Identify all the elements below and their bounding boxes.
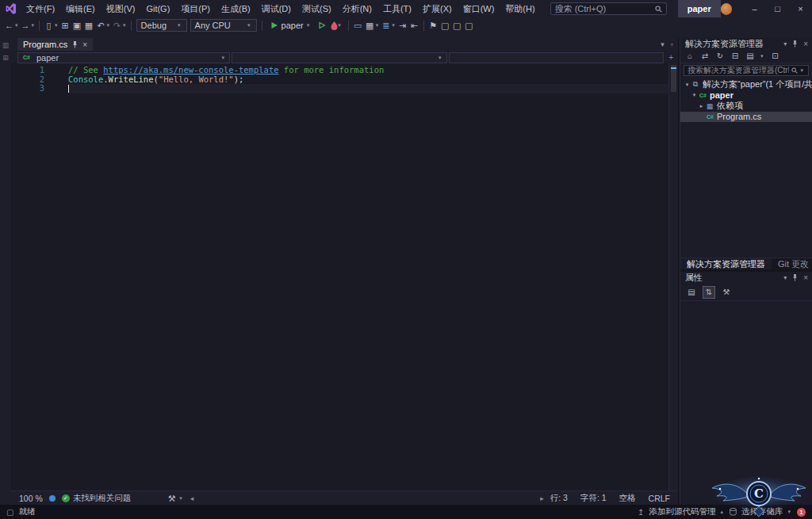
menu-item[interactable]: 视图(V) (101, 1, 141, 17)
indent-icon[interactable]: ⇥ (396, 18, 408, 32)
menu-item[interactable]: 生成(B) (216, 1, 256, 17)
menu-item[interactable]: 窗口(W) (458, 1, 500, 17)
vertical-scrollbar[interactable] (668, 63, 678, 490)
tree-item[interactable]: ▾⧉解决方案“paper”(1 个项目/共 1 个) (680, 79, 812, 90)
code-line[interactable] (68, 84, 668, 93)
sort-lines-icon[interactable]: ≣ (380, 18, 392, 32)
tree-chevron-icon[interactable]: ▾ (691, 92, 698, 98)
chevron-down-icon[interactable]: ▾ (800, 67, 803, 74)
pin-icon[interactable] (791, 274, 799, 281)
eol-indicator[interactable]: CRLF (649, 494, 670, 503)
start-without-debugging-button[interactable] (316, 21, 328, 29)
document-list-chevron-icon[interactable]: ▾ (661, 40, 665, 48)
solution-search-box[interactable]: 搜索解决方案资源管理器(Ctrl+;) ▾ (684, 65, 809, 76)
refresh-icon[interactable]: ↻ (715, 49, 725, 63)
target-device-icon[interactable]: ▭ (352, 18, 364, 32)
code-line[interactable]: Console.WriteLine("Hello, World!"); (68, 75, 668, 85)
split-editor-icon[interactable]: + (665, 53, 676, 62)
categorized-icon[interactable]: ▤ (685, 286, 698, 299)
nav-back-icon[interactable]: ← (3, 18, 15, 32)
chevron-down-icon[interactable]: ▾ (783, 40, 787, 48)
outdent-icon[interactable]: ⇤ (408, 18, 420, 32)
zoom-level[interactable]: 100 % (19, 494, 43, 503)
collapse-all-icon[interactable]: ⊟ (730, 49, 740, 63)
alphabetical-icon[interactable]: ⇅ (703, 286, 715, 299)
chevron-up-icon[interactable]: ▴ (720, 509, 723, 515)
menu-item[interactable]: 分析(N) (337, 1, 377, 17)
close-tab-icon[interactable]: × (82, 40, 87, 49)
hot-reload-button[interactable]: ▾ (328, 21, 345, 30)
chevron-down-icon[interactable]: ▾ (760, 53, 764, 59)
chevron-down-icon[interactable]: ▾ (783, 274, 787, 281)
tree-item[interactable]: C#Program.cs (680, 112, 812, 123)
chevron-down-icon[interactable]: ▾ (376, 22, 379, 29)
tree-item[interactable]: ▾C#paper (680, 90, 812, 101)
select-repository-button[interactable]: 选择存储库 (741, 506, 783, 517)
property-pages-icon[interactable]: ⚒ (720, 286, 733, 299)
save-all-icon[interactable]: ▦ (83, 18, 95, 32)
spaces-indicator[interactable]: 空格 (619, 493, 636, 504)
member-dropdown[interactable] (449, 52, 665, 63)
minimize-button[interactable]: – (743, 0, 766, 17)
close-icon[interactable]: × (803, 40, 808, 48)
scroll-left-icon[interactable]: ◂ (190, 494, 194, 502)
float-window-icon[interactable]: ▫ (671, 40, 673, 48)
start-debugging-button[interactable]: paper ▾ (266, 21, 316, 30)
bookmark-frame-icon[interactable]: ▢ (439, 18, 451, 32)
menu-item[interactable]: Git(G) (140, 2, 175, 16)
chevron-down-icon[interactable]: ▾ (55, 22, 58, 29)
save-icon[interactable]: ▣ (71, 18, 83, 32)
code-editor[interactable]: 123 // See https://aka.ms/new-console-te… (11, 63, 678, 490)
chevron-down-icon[interactable]: ▾ (15, 22, 18, 29)
chevron-down-icon[interactable]: ▾ (123, 22, 126, 29)
pin-icon[interactable] (71, 41, 79, 48)
scrollbar-thumb[interactable] (671, 65, 676, 92)
pin-icon[interactable] (791, 40, 799, 48)
toolbox-tab-icon[interactable]: ⊞ (2, 54, 9, 62)
new-file-icon[interactable]: ▯ (43, 18, 55, 32)
menu-item[interactable]: 工具(T) (377, 1, 417, 17)
maximize-button[interactable]: □ (766, 0, 789, 17)
panel-tab[interactable]: 解决方案资源管理器 (680, 258, 772, 269)
tree-chevron-icon[interactable]: ▾ (684, 82, 691, 88)
menu-item[interactable]: 扩展(X) (417, 1, 458, 17)
menu-item[interactable]: 帮助(H) (500, 1, 540, 17)
bookmark-icon[interactable]: ⚑ (427, 18, 439, 32)
panel-tab[interactable]: Git 更改 (772, 258, 812, 269)
editor-health-icon[interactable] (49, 495, 56, 502)
undo-icon[interactable]: ↶ (95, 18, 107, 32)
chevron-down-icon[interactable]: ▾ (392, 22, 395, 29)
analysis-status[interactable]: 未找到相关问题 (73, 493, 132, 504)
tab-program-cs[interactable]: Program.cs × (17, 38, 93, 51)
code-text[interactable]: // See https://aka.ms/new-console-templa… (57, 63, 668, 490)
scroll-right-icon[interactable]: ▸ (540, 494, 544, 502)
quick-search-box[interactable]: 搜索 (Ctrl+Q) (550, 2, 667, 15)
type-dropdown[interactable]: ▾ (232, 52, 447, 63)
solution-platform-dropdown[interactable]: Any CPU▾ (190, 19, 257, 32)
solution-configuration-dropdown[interactable]: Debug▾ (136, 19, 187, 32)
tree-item[interactable]: ▸▦依赖项 (680, 101, 812, 112)
project-dropdown[interactable]: C# paper ▾ (17, 52, 230, 63)
chevron-down-icon[interactable]: ▾ (787, 509, 791, 515)
grid-options-icon[interactable]: ▦ (364, 18, 376, 32)
menu-item[interactable]: 调试(D) (256, 1, 297, 17)
clear-bookmark-icon[interactable]: ▢ (463, 18, 475, 32)
tree-chevron-icon[interactable]: ▸ (698, 103, 705, 109)
home-icon[interactable]: ⌂ (685, 49, 695, 63)
save-bookmark-icon[interactable]: ▢ (451, 18, 463, 32)
add-to-source-control-button[interactable]: 添加到源代码管理 (649, 506, 715, 517)
open-file-icon[interactable]: ⊞ (59, 18, 71, 32)
notification-badge[interactable]: 1 (797, 508, 806, 517)
account-avatar[interactable] (721, 3, 732, 15)
close-button[interactable]: × (789, 0, 812, 17)
menu-item[interactable]: 文件(F) (21, 1, 60, 17)
nav-forward-icon[interactable]: → (20, 18, 32, 32)
server-explorer-tab-icon[interactable]: ▥ (2, 41, 10, 49)
filter-icon[interactable]: ▤ (745, 49, 755, 63)
sync-with-active-document-icon[interactable]: ⇄ (700, 49, 710, 63)
chevron-down-icon[interactable]: ▾ (107, 22, 110, 29)
menu-item[interactable]: 测试(S) (297, 1, 337, 17)
chevron-down-icon[interactable]: ▾ (32, 22, 35, 29)
code-fix-icon[interactable]: ⚒ (166, 491, 178, 506)
close-icon[interactable]: × (803, 273, 808, 282)
